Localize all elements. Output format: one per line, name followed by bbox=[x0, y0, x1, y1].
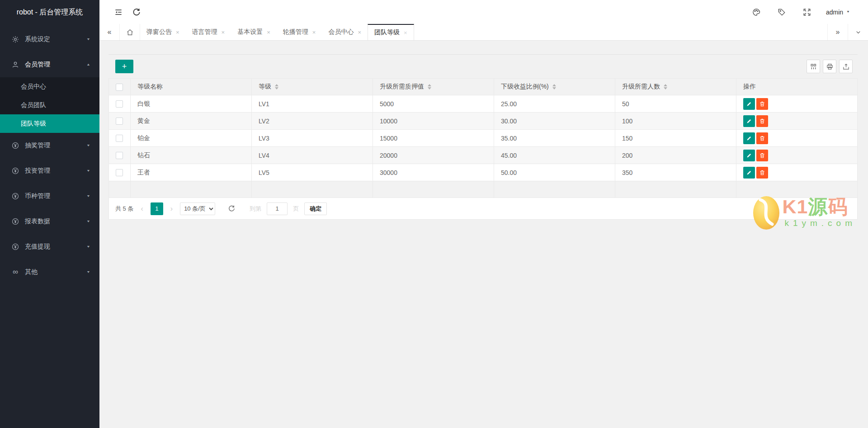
sidebar-item-label: 充值提现 bbox=[25, 243, 50, 251]
next-page-button[interactable]: › bbox=[169, 205, 175, 213]
member-submenu: 会员中心 会员团队 团队等级 bbox=[0, 77, 99, 133]
yen-circle-icon bbox=[11, 217, 20, 226]
edit-button[interactable] bbox=[743, 132, 755, 144]
pencil-icon bbox=[746, 152, 752, 159]
print-button[interactable] bbox=[823, 60, 836, 73]
tab-basic-settings[interactable]: 基本设置 × bbox=[231, 24, 277, 40]
collapse-sidebar-icon[interactable] bbox=[109, 3, 127, 21]
delete-button[interactable] bbox=[756, 132, 768, 144]
edit-button[interactable] bbox=[743, 115, 755, 127]
delete-button[interactable] bbox=[756, 167, 768, 179]
tabs-scroll-right-button[interactable]: » bbox=[827, 24, 848, 40]
close-icon[interactable]: × bbox=[267, 29, 270, 35]
column-header-ops: 操作 bbox=[736, 79, 858, 95]
topbar: admin ▼ bbox=[99, 0, 868, 24]
delete-button[interactable] bbox=[756, 115, 768, 127]
sidebar-menu: 系统设定 ▼ 会员管理 ▲ 会员中心 会员团队 团队等级 抽奖管理 bbox=[0, 24, 99, 285]
edit-button[interactable] bbox=[743, 150, 755, 161]
home-icon bbox=[126, 28, 134, 36]
sidebar-item-lottery-management[interactable]: 抽奖管理 ▼ bbox=[0, 133, 99, 158]
sidebar-item-member-center[interactable]: 会员中心 bbox=[0, 77, 99, 96]
sidebar-item-member-management[interactable]: 会员管理 ▲ bbox=[0, 52, 99, 77]
row-checkbox[interactable] bbox=[116, 118, 123, 125]
theme-palette-icon[interactable] bbox=[744, 3, 769, 21]
tab-member-center[interactable]: 会员中心 × bbox=[322, 24, 368, 40]
row-checkbox[interactable] bbox=[116, 135, 123, 142]
sidebar: robot - 后台管理系统 系统设定 ▼ 会员管理 ▲ 会员中心 会员团队 团… bbox=[0, 0, 99, 428]
cell-name: 铂金 bbox=[131, 130, 252, 147]
refresh-icon[interactable] bbox=[127, 3, 146, 21]
sidebar-item-label: 投资管理 bbox=[25, 167, 50, 175]
trash-icon bbox=[759, 118, 765, 124]
infinity-icon: ∞ bbox=[11, 268, 20, 277]
page-size-select[interactable]: 10 条/页 bbox=[180, 202, 215, 215]
sidebar-item-investment-management[interactable]: 投资管理 ▼ bbox=[0, 158, 99, 183]
tab-language-management[interactable]: 语言管理 × bbox=[186, 24, 231, 40]
chevron-down-icon: ▼ bbox=[86, 169, 90, 173]
sort-icon[interactable] bbox=[428, 84, 431, 89]
chevron-down-icon: ▼ bbox=[86, 220, 90, 223]
cell-people: 50 bbox=[615, 95, 736, 113]
home-tab[interactable] bbox=[120, 24, 140, 40]
pagination-bar: 共 5 条 ‹ 1 › 10 条/页 到第 页 确定 bbox=[108, 198, 858, 220]
tabs-strip: 弹窗公告 × 语言管理 × 基本设置 × 轮播管理 × 会员中心 × bbox=[140, 24, 827, 40]
tab-carousel-management[interactable]: 轮播管理 × bbox=[277, 24, 322, 40]
tag-icon[interactable] bbox=[769, 3, 794, 21]
yen-circle-icon bbox=[11, 166, 20, 175]
cell-pledge: 30000 bbox=[373, 164, 494, 181]
prev-page-button[interactable]: ‹ bbox=[139, 205, 145, 213]
sidebar-item-member-team[interactable]: 会员团队 bbox=[0, 96, 99, 114]
column-header-level: 等级 bbox=[252, 79, 373, 95]
goto-label: 到第 bbox=[250, 205, 261, 213]
refresh-table-icon[interactable] bbox=[225, 202, 238, 215]
add-button[interactable]: + bbox=[115, 60, 133, 73]
user-menu[interactable]: admin ▼ bbox=[820, 9, 862, 16]
row-checkbox[interactable] bbox=[116, 100, 123, 108]
yen-circle-icon bbox=[11, 242, 20, 251]
close-icon[interactable]: × bbox=[176, 29, 179, 35]
sidebar-item-other[interactable]: ∞ 其他 ▼ bbox=[0, 259, 99, 285]
sort-icon[interactable] bbox=[275, 84, 278, 89]
edit-button[interactable] bbox=[743, 167, 755, 179]
confirm-button[interactable]: 确定 bbox=[304, 202, 327, 215]
close-icon[interactable]: × bbox=[222, 29, 225, 35]
row-checkbox[interactable] bbox=[116, 169, 123, 176]
chevron-down-icon: ▼ bbox=[846, 10, 850, 14]
sidebar-item-label: 报表数据 bbox=[25, 217, 50, 226]
sidebar-item-team-level[interactable]: 团队等级 bbox=[0, 114, 99, 133]
tabs-scroll-left-button[interactable]: « bbox=[99, 24, 120, 40]
export-button[interactable] bbox=[839, 60, 853, 73]
close-icon[interactable]: × bbox=[404, 30, 407, 36]
edit-button[interactable] bbox=[743, 98, 755, 110]
chevron-down-icon: ▼ bbox=[86, 194, 90, 198]
table-toolbar: + bbox=[108, 55, 858, 78]
table-filler-row bbox=[109, 181, 858, 198]
sort-icon[interactable] bbox=[552, 84, 556, 89]
filter-columns-button[interactable] bbox=[807, 60, 820, 73]
tab-team-level[interactable]: 团队等级 × bbox=[368, 24, 414, 40]
select-all-checkbox[interactable] bbox=[116, 84, 123, 91]
app-root: robot - 后台管理系统 系统设定 ▼ 会员管理 ▲ 会员中心 会员团队 团… bbox=[0, 0, 868, 428]
sidebar-item-currency-management[interactable]: 币种管理 ▼ bbox=[0, 183, 99, 209]
close-icon[interactable]: × bbox=[358, 29, 361, 35]
sidebar-item-recharge-withdraw[interactable]: 充值提现 ▼ bbox=[0, 234, 99, 259]
row-checkbox[interactable] bbox=[116, 152, 123, 159]
tab-popup-notice[interactable]: 弹窗公告 × bbox=[140, 24, 186, 40]
delete-button[interactable] bbox=[756, 150, 768, 161]
cell-ratio: 25.00 bbox=[494, 95, 615, 113]
sidebar-item-report-data[interactable]: 报表数据 ▼ bbox=[0, 209, 99, 234]
goto-page-input[interactable] bbox=[267, 202, 288, 215]
sidebar-item-system-settings[interactable]: 系统设定 ▼ bbox=[0, 27, 99, 52]
page-unit-label: 页 bbox=[293, 205, 299, 213]
current-page-button[interactable]: 1 bbox=[151, 202, 163, 215]
cell-people: 200 bbox=[615, 147, 736, 164]
yen-circle-icon bbox=[11, 192, 20, 201]
tab-label: 团队等级 bbox=[374, 28, 400, 37]
fullscreen-icon[interactable] bbox=[794, 3, 820, 21]
cell-level: LV5 bbox=[252, 164, 373, 181]
delete-button[interactable] bbox=[756, 98, 768, 110]
app-title: robot - 后台管理系统 bbox=[0, 0, 99, 24]
tabs-more-button[interactable] bbox=[848, 24, 868, 40]
sort-icon[interactable] bbox=[664, 84, 667, 89]
close-icon[interactable]: × bbox=[312, 29, 316, 35]
